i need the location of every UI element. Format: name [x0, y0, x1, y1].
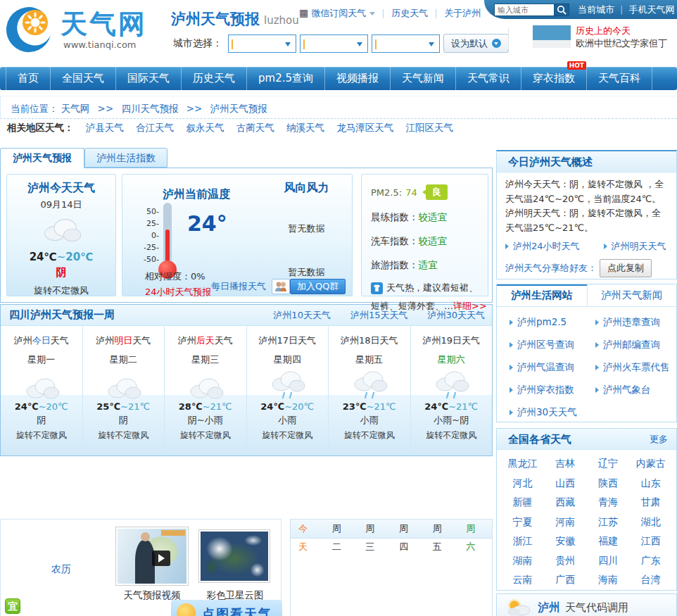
tab-weather-news[interactable]: 泸州天气新闻 — [587, 284, 677, 306]
tab-saturday[interactable]: 周六 — [458, 520, 492, 538]
nav-item-national[interactable]: 全国天气 — [50, 67, 115, 90]
nav-item-dress-index[interactable]: 穿衣指数HOT — [521, 67, 586, 90]
life-link-30day[interactable]: 泸州30天天气 — [510, 406, 595, 419]
weather-video-thumbnail[interactable] — [115, 527, 189, 586]
nav-item-international[interactable]: 国际天气 — [115, 67, 181, 90]
hourly-forecast-link[interactable]: 24小时天气预报 — [145, 286, 212, 298]
join-qq-group-button[interactable]: 加入QQ群 — [290, 279, 346, 294]
related-link[interactable]: 龙马潭区天气 — [336, 122, 393, 133]
history-today-image[interactable] — [533, 25, 571, 48]
province-link[interactable]: 青海 — [587, 493, 630, 513]
province-link[interactable]: 海南 — [587, 570, 630, 590]
forecast-day-column[interactable]: 泸州今日天气 星期一 24℃~20℃ 阴 旋转不定微风 — [1, 326, 83, 455]
province-link[interactable]: 湖南 — [501, 551, 544, 571]
province-link[interactable]: 福建 — [587, 532, 630, 551]
life-link-pm25[interactable]: 泸州pm2.5 — [510, 316, 595, 329]
related-link[interactable]: 纳溪天气 — [286, 122, 324, 133]
satellite-thumbnail[interactable] — [198, 529, 270, 583]
nav-item-pm25[interactable]: pm2.5查询 — [246, 67, 324, 90]
current-city-link[interactable]: 当前城市 — [578, 4, 614, 16]
breadcrumb-link-sichuan[interactable]: 四川天气预报 — [122, 103, 179, 114]
mobile-site-link[interactable]: 手机天气网 — [628, 4, 674, 16]
forecast-day-column[interactable]: 泸州18日天气 星期五 23℃~21℃ 小雨 旋转不定微风 — [329, 326, 411, 455]
province-link[interactable]: 吉林 — [544, 454, 587, 474]
province-link[interactable]: 陕西 — [587, 474, 630, 494]
province-link[interactable]: 内蒙古 — [629, 454, 672, 474]
forecast-day-column[interactable]: 泸州17日天气 星期四 24℃~20℃ 小雨 旋转不定微风 — [247, 326, 329, 455]
tab-wednesday[interactable]: 周三 — [358, 520, 391, 538]
life-link-area-code[interactable]: 泸州区号查询 — [510, 339, 595, 351]
tab-tuesday[interactable]: 周二 — [324, 520, 358, 538]
life-link-dress-index[interactable]: 泸州穿衣指数 — [510, 384, 595, 396]
province-link[interactable]: 辽宁 — [587, 454, 630, 474]
province-link[interactable]: 浙江 — [501, 532, 544, 551]
province-link[interactable]: 江苏 — [587, 513, 630, 532]
life-link-observatory[interactable]: 泸州气象台 — [595, 384, 676, 396]
province-link[interactable]: 河南 — [544, 513, 587, 532]
ten-day-link[interactable]: 泸州10天天气 — [273, 309, 331, 322]
detail-link[interactable]: 详细>> — [453, 301, 487, 311]
set-default-button[interactable]: 设为默认 — [443, 34, 509, 53]
copy-button[interactable]: 点此复制 — [600, 259, 652, 277]
province-link[interactable]: 四川 — [587, 551, 630, 571]
tab-life-index[interactable]: 泸州生活指数 — [84, 148, 167, 168]
tab-friday[interactable]: 周五 — [425, 520, 459, 538]
related-link[interactable]: 泸县天气 — [86, 122, 124, 133]
nav-item-history[interactable]: 历史天气 — [181, 67, 246, 90]
hourly-weather-link[interactable]: 泸州24小时天气 — [505, 240, 580, 253]
province-link[interactable]: 新疆 — [501, 493, 544, 513]
play-icon[interactable] — [152, 551, 170, 566]
site-logo[interactable]: 天气网 www.tianqi.com — [4, 4, 147, 55]
forecast-day-column[interactable]: 泸州19日天气 星期六 24℃~21℃ 小雨~阴 旋转不定微风 — [411, 326, 493, 455]
nav-item-news[interactable]: 天气新闻 — [390, 67, 455, 90]
province-link[interactable]: 西藏 — [544, 493, 587, 513]
city-select[interactable] — [300, 34, 368, 53]
tab-life-websites[interactable]: 泸州生活网站 — [497, 284, 587, 306]
province-link[interactable]: 贵州 — [544, 551, 587, 571]
province-link[interactable]: 黑龙江 — [501, 454, 544, 474]
tab-thursday[interactable]: 周四 — [391, 520, 425, 538]
province-link[interactable]: 江西 — [629, 532, 672, 551]
nav-item-knowledge[interactable]: 天气常识 — [455, 67, 521, 90]
nav-item-encyclopedia[interactable]: 天气百科 — [586, 67, 652, 90]
more-link[interactable]: 更多 — [650, 429, 668, 450]
lunar-calendar-link[interactable]: 农历 — [51, 563, 71, 576]
history-today-text[interactable]: 欧洲中世纪文学家但丁 — [576, 37, 667, 50]
related-link[interactable]: 叙永天气 — [186, 122, 224, 133]
tab-today[interactable]: 今天 — [291, 520, 324, 538]
province-select[interactable] — [228, 34, 296, 53]
life-link-violation[interactable]: 泸州违章查询 — [595, 316, 676, 329]
nav-item-home[interactable]: 首页 — [6, 67, 50, 90]
province-link[interactable]: 甘肃 — [629, 493, 672, 513]
tomorrow-weather-link[interactable]: 泸州明天天气 — [604, 240, 666, 253]
wechat-subscribe-link[interactable]: ▦微信订阅天气 — [299, 7, 375, 20]
history-today-title[interactable]: 历史上的今天 — [576, 25, 631, 37]
code-city-link[interactable]: 泸州 — [538, 601, 560, 615]
province-link[interactable]: 安徽 — [544, 532, 587, 551]
life-link-temperature[interactable]: 泸州气温查询 — [510, 361, 595, 374]
search-input[interactable] — [494, 4, 555, 16]
related-link[interactable]: 合江天气 — [136, 122, 174, 133]
district-select[interactable] — [372, 34, 440, 53]
forecast-day-column[interactable]: 泸州后天天气 星期三 28℃~21℃ 阴~小雨 旋转不定微风 — [165, 326, 247, 455]
related-link[interactable]: 古蔺天气 — [236, 122, 274, 133]
life-link-train-tickets[interactable]: 泸州火车票代售 — [595, 361, 676, 374]
weather-map-banner[interactable]: 点图看天气 — [171, 600, 282, 616]
province-link[interactable]: 河北 — [501, 474, 544, 494]
related-link[interactable]: 江阳区天气 — [406, 122, 454, 133]
history-weather-link[interactable]: 历史天气 — [391, 7, 428, 20]
province-link[interactable]: 山东 — [629, 474, 672, 494]
forecast-day-column[interactable]: 泸州明日天气 星期二 25℃~21℃ 阴 旋转不定微风 — [83, 326, 165, 455]
province-link[interactable]: 山西 — [544, 474, 587, 494]
life-link-zipcode[interactable]: 泸州邮编查询 — [595, 339, 676, 351]
province-link[interactable]: 湖北 — [629, 513, 672, 532]
tab-weather-forecast[interactable]: 泸州天气预报 — [0, 148, 84, 168]
breadcrumb-link-home[interactable]: 天气网 — [61, 103, 90, 114]
about-luzhou-link[interactable]: 关于泸州 — [444, 7, 481, 20]
province-link[interactable]: 宁夏 — [501, 513, 544, 532]
search-button[interactable] — [555, 4, 569, 16]
province-link[interactable]: 广西 — [544, 570, 587, 590]
daily-report-link[interactable]: 每日播报天气 — [211, 280, 266, 293]
nav-item-video[interactable]: 视频播报 — [324, 67, 390, 90]
province-link[interactable]: 广东 — [629, 551, 672, 571]
